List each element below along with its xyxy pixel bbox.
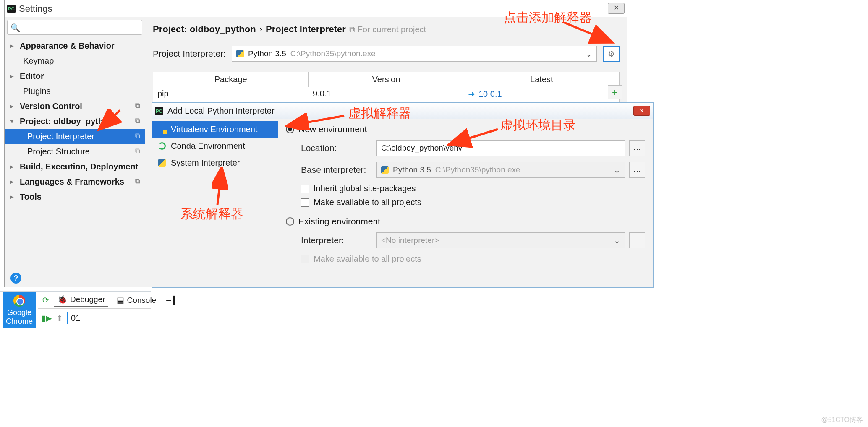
new-environment-radio[interactable]: New environment — [286, 124, 645, 134]
location-row: Location: C:\oldboy_python\venv … — [286, 140, 645, 156]
resume-icon[interactable]: ▮▶ — [42, 313, 52, 323]
tree-project-interpreter[interactable]: Project Interpreter⧉ — [5, 129, 145, 144]
settings-titlebar: PC Settings — [5, 0, 627, 17]
search-icon: 🔍 — [10, 23, 21, 33]
project-interpreter-select[interactable]: Python 3.5 C:\Python35\python.exe ⌄ — [232, 46, 597, 62]
checkbox-icon — [301, 185, 309, 193]
dialog-close-button[interactable]: ✕ — [633, 106, 650, 116]
upgrade-arrow-icon: ➜ — [468, 89, 475, 99]
tree-build[interactable]: Build, Execution, Deployment — [5, 159, 145, 174]
chrome-taskbar-icon[interactable]: Google Chrome — [3, 292, 36, 328]
step-up-icon[interactable]: ⬆ — [56, 313, 63, 323]
existing-interpreter-label: Interpreter: — [301, 235, 376, 245]
python-icon — [236, 50, 244, 57]
settings-search-input[interactable] — [7, 20, 142, 35]
tree-tools[interactable]: Tools — [5, 189, 145, 204]
project-interpreter-label: Project Interpreter: — [153, 49, 226, 59]
settings-tree: Appearance & Behavior Keymap Editor Plug… — [5, 38, 145, 269]
tab-console[interactable]: ▤Console — [113, 294, 159, 307]
base-interpreter-label: Base interpreter: — [301, 165, 376, 175]
conda-icon — [158, 142, 166, 150]
base-interpreter-row: Base interpreter: Python 3.5 C:\Python35… — [286, 162, 645, 178]
copy-icon: ⧉ — [349, 25, 355, 34]
settings-sidebar: 🔍 Appearance & Behavior Keymap Editor Pl… — [5, 17, 145, 287]
python-icon — [381, 166, 389, 174]
location-label: Location: — [301, 143, 376, 153]
taskbar-fragment: Google Chrome ⟳ 🐞Debugger ▤Console →▌ ▮▶… — [0, 291, 151, 331]
tree-editor[interactable]: Editor — [5, 68, 145, 83]
pycharm-icon: PC — [7, 5, 16, 13]
existing-interpreter-row: Interpreter: <No interpreter> ⌄ … — [286, 232, 645, 248]
chevron-down-icon: ⌄ — [614, 236, 620, 245]
project-interpreter-gear-button[interactable]: ⚙ — [603, 46, 620, 62]
breadcrumb-page: Project Interpreter — [266, 24, 346, 35]
checkbox-icon — [301, 255, 309, 263]
packages-header: Package Version Latest — [153, 72, 619, 87]
sidebar-item-conda[interactable]: Conda Environment — [152, 138, 278, 154]
tree-plugins[interactable]: Plugins — [5, 83, 145, 99]
tree-keymap[interactable]: Keymap — [5, 53, 145, 68]
watermark: @51CTO博客 — [821, 416, 863, 424]
col-latest[interactable]: Latest — [464, 72, 619, 87]
copy-icon: ⧉ — [135, 147, 140, 155]
radio-icon — [286, 217, 294, 226]
tree-languages[interactable]: Languages & Frameworks⧉ — [5, 174, 145, 189]
rerun-icon[interactable]: ⟳ — [42, 295, 49, 305]
tree-project[interactable]: Project: oldboy_python⧉ — [5, 114, 145, 129]
location-browse-button[interactable]: … — [629, 140, 645, 156]
tree-appearance[interactable]: Appearance & Behavior — [5, 38, 145, 53]
copy-icon: ⧉ — [135, 117, 140, 125]
copy-icon: ⧉ — [135, 102, 140, 109]
chevron-down-icon: ⌄ — [586, 49, 592, 59]
console-icon: ▤ — [117, 295, 124, 305]
project-interpreter-row: Project Interpreter: Python 3.5 C:\Pytho… — [153, 46, 620, 62]
base-interpreter-browse-button[interactable]: … — [629, 162, 645, 178]
make-available-checkbox-row[interactable]: Make available to all projects — [286, 198, 645, 207]
dialog-sidebar: Virtualenv Environment Conda Environment… — [152, 119, 278, 287]
add-package-button[interactable]: + — [608, 85, 622, 99]
debugger-panel: ⟳ 🐞Debugger ▤Console →▌ ▮▶ ⬆ 01 — [38, 292, 151, 330]
python-icon — [158, 159, 166, 167]
existing-environment-radio[interactable]: Existing environment — [286, 216, 645, 227]
radio-icon — [286, 125, 294, 133]
sidebar-item-virtualenv[interactable]: Virtualenv Environment — [152, 121, 278, 138]
chrome-logo-icon — [13, 295, 25, 307]
tab-debugger[interactable]: 🐞Debugger — [54, 293, 108, 307]
frame-number[interactable]: 01 — [67, 312, 84, 324]
col-package[interactable]: Package — [153, 72, 309, 87]
more-icon[interactable]: →▌ — [165, 296, 178, 305]
breadcrumb-project: Project: oldboy_python — [153, 24, 256, 35]
breadcrumb: Project: oldboy_python › Project Interpr… — [153, 24, 620, 35]
dialog-form: New environment Location: C:\oldboy_pyth… — [278, 119, 653, 287]
settings-close-button[interactable]: ✕ — [608, 3, 625, 14]
existing-interpreter-select: <No interpreter> ⌄ — [376, 232, 625, 248]
inherit-checkbox-row[interactable]: Inherit global site-packages — [286, 184, 645, 193]
base-interpreter-select[interactable]: Python 3.5 C:\Python35\python.exe ⌄ — [376, 162, 625, 178]
table-row[interactable]: pip 9.0.1 ➜10.0.1 — [153, 87, 619, 101]
breadcrumb-note: ⧉For current project — [349, 25, 426, 34]
tree-version-control[interactable]: Version Control⧉ — [5, 99, 145, 114]
tree-project-structure[interactable]: Project Structure⧉ — [5, 144, 145, 159]
settings-title: Settings — [19, 3, 52, 14]
help-button[interactable]: ? — [10, 273, 21, 284]
pycharm-icon: PC — [155, 107, 163, 115]
copy-icon: ⧉ — [135, 132, 140, 140]
checkbox-icon — [301, 198, 309, 207]
chevron-down-icon: ⌄ — [614, 165, 620, 175]
dialog-titlebar: PC Add Local Python Interpreter — [152, 103, 653, 119]
gear-icon: ⚙ — [608, 49, 615, 59]
virtualenv-icon — [158, 125, 166, 133]
add-interpreter-dialog: PC Add Local Python Interpreter ✕ Virtua… — [152, 103, 653, 287]
existing-interpreter-browse-button: … — [629, 232, 645, 248]
copy-icon: ⧉ — [135, 177, 140, 185]
sidebar-item-system[interactable]: System Interpreter — [152, 154, 278, 171]
existing-make-available-row: Make available to all projects — [286, 254, 645, 264]
location-input[interactable]: C:\oldboy_python\venv — [376, 140, 625, 156]
debugger-icon: 🐞 — [58, 295, 68, 305]
dialog-title: Add Local Python Interpreter — [167, 106, 275, 116]
col-version[interactable]: Version — [309, 72, 464, 87]
